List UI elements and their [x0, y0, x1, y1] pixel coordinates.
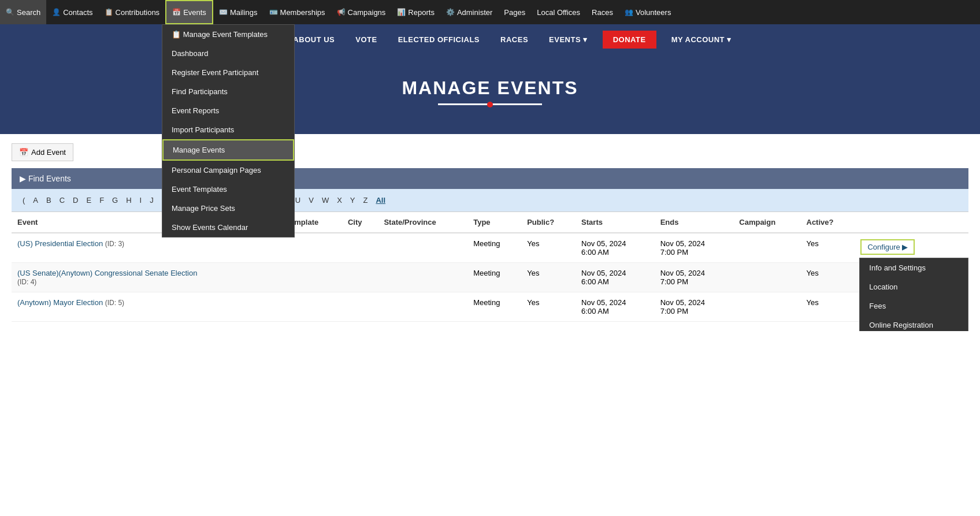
dropdown-find-participants[interactable]: Find Participants	[162, 82, 294, 101]
alpha-char-i[interactable]: I	[137, 195, 145, 206]
alpha-char-z[interactable]: Z	[361, 195, 371, 206]
alpha-filter: ( A B C D E F G H I J K L M N O P Q R S …	[12, 189, 968, 212]
alpha-char-c[interactable]: C	[57, 195, 68, 206]
alpha-char-y[interactable]: Y	[347, 195, 358, 206]
contributions-icon: 📋	[105, 8, 113, 16]
event-id-1: (ID: 3)	[105, 240, 124, 248]
public-nav-races[interactable]: RACES	[490, 24, 539, 54]
public-nav-elected-officials[interactable]: ELECTED OFFICIALS	[388, 24, 490, 54]
events-table: Event Template City State/Province Type …	[12, 212, 968, 322]
col-ends: Ends	[655, 212, 734, 233]
admin-nav-campaigns[interactable]: 📢 Campaigns	[331, 0, 392, 24]
admin-nav-memberships[interactable]: 🪪 Memberships	[263, 0, 331, 24]
col-public: Public?	[521, 212, 576, 233]
reports-icon: 📊	[397, 8, 406, 16]
configure-location[interactable]: Location	[860, 277, 968, 296]
public-nav-my-account[interactable]: MY ACCOUNT ▾	[661, 24, 742, 54]
event-public-1: Yes	[521, 233, 576, 263]
alpha-char-b[interactable]: B	[43, 195, 54, 206]
dropdown-event-reports[interactable]: Event Reports	[162, 101, 294, 120]
public-nav-events[interactable]: EVENTS ▾	[539, 24, 598, 54]
event-public-2: Yes	[521, 263, 576, 292]
event-active-3: Yes	[801, 292, 855, 322]
alpha-char-f[interactable]: F	[96, 195, 107, 206]
table-header-row: Event Template City State/Province Type …	[12, 212, 968, 233]
manage-event-templates-icon: 📋	[172, 30, 183, 39]
volunteers-icon: 👥	[625, 8, 633, 16]
event-city-1	[342, 233, 378, 263]
alpha-char-d[interactable]: D	[70, 195, 81, 206]
col-starts: Starts	[576, 212, 655, 233]
event-type-2: Meeting	[467, 263, 521, 292]
hero-banner: MANAGE EVENTS	[0, 54, 980, 134]
admin-nav-reports[interactable]: 📊 Reports	[391, 0, 440, 24]
dropdown-manage-price-sets[interactable]: Manage Price Sets	[162, 199, 294, 218]
dropdown-manage-event-templates[interactable]: 📋 Manage Event Templates	[162, 25, 294, 44]
event-campaign-3	[733, 292, 800, 322]
event-city-2	[342, 263, 378, 292]
dropdown-show-events-calendar[interactable]: Show Events Calendar	[162, 218, 294, 237]
event-type-1: Meeting	[467, 233, 521, 263]
dropdown-personal-campaign-pages[interactable]: Personal Campaign Pages	[162, 161, 294, 180]
col-state-province: State/Province	[378, 212, 467, 233]
event-city-3	[342, 292, 378, 322]
alpha-char-v[interactable]: V	[306, 195, 317, 206]
configure-dropdown-1: Info and Settings Location Fees Online R…	[859, 258, 968, 331]
hero-dot	[487, 102, 493, 107]
event-id-3: (ID: 5)	[105, 299, 124, 307]
dropdown-import-participants[interactable]: Import Participants	[162, 120, 294, 139]
col-actions	[855, 212, 968, 233]
event-link-2[interactable]: (US Senate)(Anytown) Congressional Senat…	[17, 269, 197, 277]
event-campaign-1	[733, 233, 800, 263]
dropdown-manage-events[interactable]: Manage Events	[162, 139, 294, 161]
event-state-2	[378, 263, 467, 292]
alpha-char-h[interactable]: H	[123, 195, 134, 206]
admin-nav-administer[interactable]: ⚙️ Administer	[440, 0, 498, 24]
alpha-char-all[interactable]: All	[373, 195, 388, 206]
event-template-2	[280, 263, 342, 292]
alpha-char-e[interactable]: E	[83, 195, 94, 206]
admin-nav-local-offices[interactable]: Local Offices	[531, 0, 586, 24]
table-row: (Anytown) Mayor Election (ID: 5) Meeting…	[12, 292, 968, 322]
configure-fees[interactable]: Fees	[860, 296, 968, 315]
add-event-button[interactable]: 📅 Add Event	[12, 143, 73, 161]
main-content: 📅 Add Event ▶ Find Events ( A B C D E F …	[0, 134, 980, 331]
alpha-char-x[interactable]: X	[334, 195, 345, 206]
admin-nav-pages[interactable]: Pages	[498, 0, 531, 24]
event-link-1[interactable]: (US) Presidential Election	[17, 239, 103, 248]
admin-nav-mailings[interactable]: ✉️ Mailings	[213, 0, 263, 24]
configure-info-settings[interactable]: Info and Settings	[860, 258, 968, 277]
administer-icon: ⚙️	[446, 8, 455, 16]
dropdown-event-templates[interactable]: Event Templates	[162, 180, 294, 199]
donate-button[interactable]: DONATE	[603, 31, 656, 49]
admin-nav-races[interactable]: Races	[586, 0, 619, 24]
public-nav-vote[interactable]: VOTE	[345, 24, 387, 54]
hero-underline	[438, 103, 542, 105]
events-table-wrapper: Event Template City State/Province Type …	[12, 212, 968, 322]
alpha-char-w[interactable]: W	[319, 195, 332, 206]
search-icon: 🔍	[6, 8, 14, 16]
alpha-char-j[interactable]: J	[147, 195, 157, 206]
admin-nav-events[interactable]: 📅 Events	[165, 0, 213, 24]
alpha-char-open-paren[interactable]: (	[20, 195, 28, 206]
admin-nav-search[interactable]: 🔍 Search	[0, 0, 46, 24]
admin-nav-volunteers[interactable]: 👥 Volunteers	[619, 0, 677, 24]
admin-nav-contacts[interactable]: 👤 Contacts	[46, 0, 98, 24]
alpha-char-a[interactable]: A	[30, 195, 41, 206]
event-campaign-2	[733, 263, 800, 292]
configure-button-1[interactable]: Configure ▶	[860, 239, 915, 255]
admin-nav-contributions[interactable]: 📋 Contributions	[99, 0, 166, 24]
alpha-char-g[interactable]: G	[109, 195, 121, 206]
events-icon: 📅	[172, 8, 181, 16]
dropdown-register-event-participant[interactable]: Register Event Participant	[162, 63, 294, 82]
event-state-1	[378, 233, 467, 263]
event-name-cell-3: (Anytown) Mayor Election (ID: 5)	[12, 292, 280, 322]
configure-online-registration[interactable]: Online Registration	[860, 315, 968, 331]
event-ends-1: Nov 05, 20247:00 PM	[655, 233, 734, 263]
dropdown-dashboard[interactable]: Dashboard	[162, 44, 294, 63]
event-ends-3: Nov 05, 20247:00 PM	[655, 292, 734, 322]
event-active-2: Yes	[801, 263, 855, 292]
memberships-icon: 🪪	[269, 8, 278, 16]
event-link-3[interactable]: (Anytown) Mayor Election	[17, 298, 103, 307]
find-events-bar[interactable]: ▶ Find Events	[12, 168, 968, 189]
